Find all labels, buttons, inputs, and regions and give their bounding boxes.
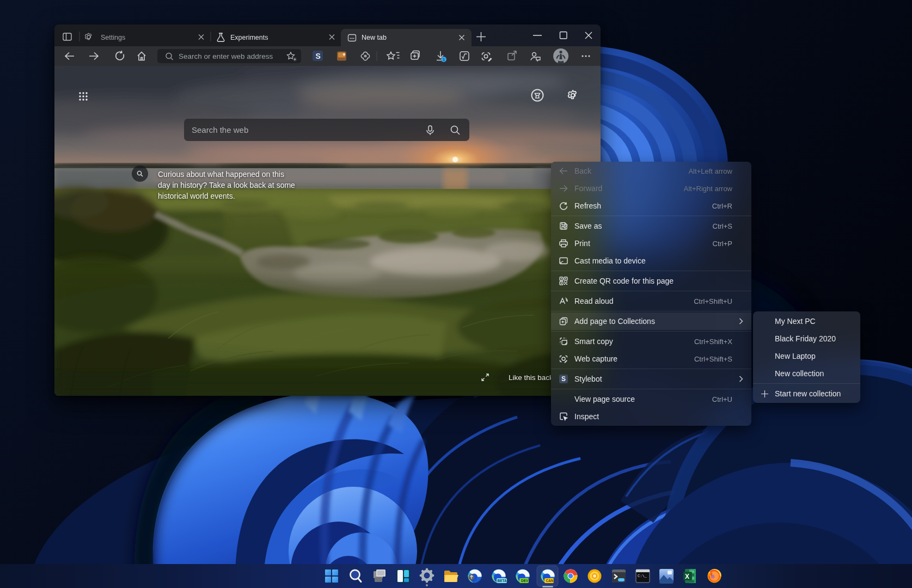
svg-text:C:\_: C:\_ (638, 574, 647, 578)
svg-text:X: X (685, 573, 689, 580)
svg-text:1: 1 (443, 57, 445, 62)
svg-text:CAN: CAN (546, 579, 554, 583)
svg-text:S: S (316, 52, 321, 60)
svg-text:Experiments: Experiments (230, 34, 268, 41)
svg-text:DEV: DEV (521, 579, 529, 583)
svg-text:Settings: Settings (101, 34, 125, 41)
svg-text:BETA: BETA (498, 579, 507, 583)
svg-text:Search or enter web address: Search or enter web address (179, 52, 273, 60)
